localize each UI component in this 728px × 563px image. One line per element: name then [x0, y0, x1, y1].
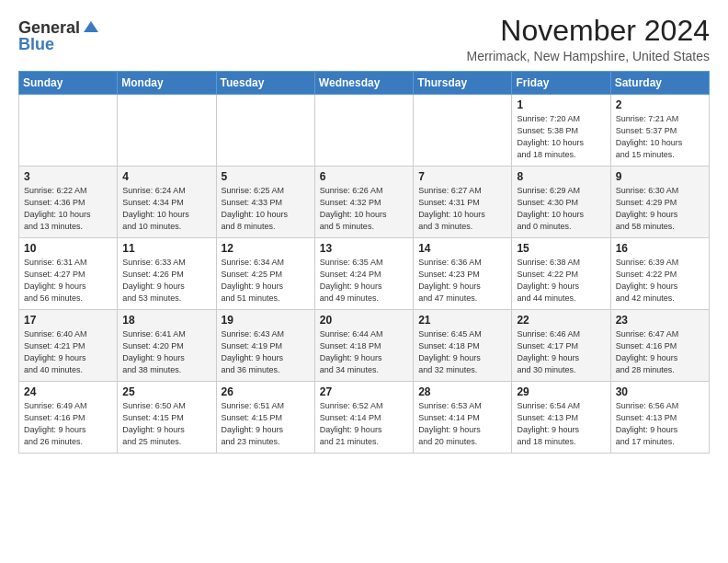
day-number: 13: [320, 242, 408, 255]
day-number: 20: [320, 314, 408, 327]
title-block: November 2024 Merrimack, New Hampshire, …: [466, 15, 710, 63]
day-info: Sunrise: 6:22 AM Sunset: 4:36 PM Dayligh…: [24, 185, 112, 233]
calendar-cell: 6Sunrise: 6:26 AM Sunset: 4:32 PM Daylig…: [314, 167, 413, 238]
day-info: Sunrise: 6:52 AM Sunset: 4:14 PM Dayligh…: [320, 400, 408, 448]
day-info: Sunrise: 6:33 AM Sunset: 4:26 PM Dayligh…: [122, 257, 210, 304]
week-row-1: 1Sunrise: 7:20 AM Sunset: 5:38 PM Daylig…: [19, 95, 710, 167]
calendar-cell: [118, 95, 216, 167]
calendar-cell: 10Sunrise: 6:31 AM Sunset: 4:27 PM Dayli…: [19, 238, 118, 310]
calendar-cell: 28Sunrise: 6:53 AM Sunset: 4:14 PM Dayli…: [414, 382, 512, 454]
calendar-cell: 9Sunrise: 6:30 AM Sunset: 4:29 PM Daylig…: [610, 167, 709, 238]
day-number: 4: [122, 170, 210, 183]
calendar-cell: 8Sunrise: 6:29 AM Sunset: 4:30 PM Daylig…: [512, 167, 610, 238]
subtitle: Merrimack, New Hampshire, United States: [466, 49, 710, 63]
calendar-cell: 30Sunrise: 6:56 AM Sunset: 4:13 PM Dayli…: [610, 382, 709, 454]
day-number: 6: [320, 170, 408, 183]
day-info: Sunrise: 6:44 AM Sunset: 4:18 PM Dayligh…: [320, 328, 408, 376]
day-info: Sunrise: 6:31 AM Sunset: 4:27 PM Dayligh…: [24, 257, 112, 304]
calendar-cell: 13Sunrise: 6:35 AM Sunset: 4:24 PM Dayli…: [314, 238, 413, 310]
day-number: 29: [517, 385, 605, 398]
day-header-sunday: Sunday: [19, 72, 118, 95]
day-number: 26: [222, 385, 310, 398]
day-info: Sunrise: 6:39 AM Sunset: 4:22 PM Dayligh…: [616, 257, 704, 304]
calendar-cell: 24Sunrise: 6:49 AM Sunset: 4:16 PM Dayli…: [19, 382, 118, 454]
calendar-cell: 17Sunrise: 6:40 AM Sunset: 4:21 PM Dayli…: [19, 310, 118, 382]
day-header-thursday: Thursday: [414, 72, 512, 95]
day-number: 9: [616, 170, 704, 183]
calendar-cell: [314, 95, 413, 167]
day-number: 28: [418, 385, 506, 398]
day-number: 19: [222, 314, 310, 327]
day-info: Sunrise: 7:20 AM Sunset: 5:38 PM Dayligh…: [517, 113, 605, 161]
month-title: November 2024: [466, 15, 710, 47]
calendar-table: SundayMondayTuesdayWednesdayThursdayFrid…: [18, 71, 710, 454]
day-number: 8: [517, 170, 605, 183]
page: General Blue November 2024 Merrimack, Ne…: [0, 0, 728, 463]
week-row-3: 10Sunrise: 6:31 AM Sunset: 4:27 PM Dayli…: [19, 238, 710, 310]
day-info: Sunrise: 6:26 AM Sunset: 4:32 PM Dayligh…: [320, 185, 408, 233]
calendar-cell: 7Sunrise: 6:27 AM Sunset: 4:31 PM Daylig…: [414, 167, 512, 238]
day-number: 5: [222, 170, 310, 183]
day-info: Sunrise: 6:25 AM Sunset: 4:33 PM Dayligh…: [222, 185, 310, 233]
calendar-cell: 21Sunrise: 6:45 AM Sunset: 4:18 PM Dayli…: [414, 310, 512, 382]
day-number: 23: [616, 314, 704, 327]
calendar-cell: 29Sunrise: 6:54 AM Sunset: 4:13 PM Dayli…: [512, 382, 610, 454]
calendar-cell: 1Sunrise: 7:20 AM Sunset: 5:38 PM Daylig…: [512, 95, 610, 167]
calendar-cell: [19, 95, 118, 167]
day-number: 11: [122, 242, 210, 255]
day-number: 17: [24, 314, 112, 327]
day-info: Sunrise: 6:43 AM Sunset: 4:19 PM Dayligh…: [222, 328, 310, 376]
week-row-5: 24Sunrise: 6:49 AM Sunset: 4:16 PM Dayli…: [19, 382, 710, 454]
day-number: 2: [616, 98, 704, 111]
day-number: 3: [24, 170, 112, 183]
calendar-cell: 14Sunrise: 6:36 AM Sunset: 4:23 PM Dayli…: [414, 238, 512, 310]
calendar-cell: 5Sunrise: 6:25 AM Sunset: 4:33 PM Daylig…: [216, 167, 314, 238]
day-info: Sunrise: 6:45 AM Sunset: 4:18 PM Dayligh…: [418, 328, 506, 376]
day-info: Sunrise: 6:51 AM Sunset: 4:15 PM Dayligh…: [222, 400, 310, 448]
day-info: Sunrise: 6:27 AM Sunset: 4:31 PM Dayligh…: [418, 185, 506, 233]
day-number: 27: [320, 385, 408, 398]
day-number: 7: [418, 170, 506, 183]
calendar-cell: 4Sunrise: 6:24 AM Sunset: 4:34 PM Daylig…: [118, 167, 216, 238]
header: General Blue November 2024 Merrimack, Ne…: [18, 15, 710, 63]
day-number: 25: [122, 385, 210, 398]
logo-blue: Blue: [18, 35, 54, 54]
day-number: 21: [418, 314, 506, 327]
day-info: Sunrise: 6:40 AM Sunset: 4:21 PM Dayligh…: [24, 328, 112, 376]
calendar-cell: [414, 95, 512, 167]
calendar-cell: 18Sunrise: 6:41 AM Sunset: 4:20 PM Dayli…: [118, 310, 216, 382]
day-header-tuesday: Tuesday: [216, 72, 314, 95]
day-header-wednesday: Wednesday: [314, 72, 413, 95]
day-info: Sunrise: 6:34 AM Sunset: 4:25 PM Dayligh…: [222, 257, 310, 304]
week-row-2: 3Sunrise: 6:22 AM Sunset: 4:36 PM Daylig…: [19, 167, 710, 238]
calendar-cell: 27Sunrise: 6:52 AM Sunset: 4:14 PM Dayli…: [314, 382, 413, 454]
svg-marker-0: [84, 21, 98, 32]
day-info: Sunrise: 6:50 AM Sunset: 4:15 PM Dayligh…: [122, 400, 210, 448]
day-number: 12: [222, 242, 310, 255]
day-info: Sunrise: 6:41 AM Sunset: 4:20 PM Dayligh…: [122, 328, 210, 376]
calendar-cell: 23Sunrise: 6:47 AM Sunset: 4:16 PM Dayli…: [610, 310, 709, 382]
day-info: Sunrise: 6:53 AM Sunset: 4:14 PM Dayligh…: [418, 400, 506, 448]
calendar-cell: 19Sunrise: 6:43 AM Sunset: 4:19 PM Dayli…: [216, 310, 314, 382]
day-number: 14: [418, 242, 506, 255]
day-info: Sunrise: 6:54 AM Sunset: 4:13 PM Dayligh…: [517, 400, 605, 448]
header-row: SundayMondayTuesdayWednesdayThursdayFrid…: [19, 72, 710, 95]
calendar-cell: 11Sunrise: 6:33 AM Sunset: 4:26 PM Dayli…: [118, 238, 216, 310]
day-info: Sunrise: 6:35 AM Sunset: 4:24 PM Dayligh…: [320, 257, 408, 304]
day-number: 30: [616, 385, 704, 398]
day-info: Sunrise: 6:56 AM Sunset: 4:13 PM Dayligh…: [616, 400, 704, 448]
day-info: Sunrise: 6:47 AM Sunset: 4:16 PM Dayligh…: [616, 328, 704, 376]
calendar-cell: 15Sunrise: 6:38 AM Sunset: 4:22 PM Dayli…: [512, 238, 610, 310]
calendar-cell: 3Sunrise: 6:22 AM Sunset: 4:36 PM Daylig…: [19, 167, 118, 238]
day-number: 10: [24, 242, 112, 255]
day-info: Sunrise: 6:46 AM Sunset: 4:17 PM Dayligh…: [517, 328, 605, 376]
day-number: 22: [517, 314, 605, 327]
day-info: Sunrise: 6:49 AM Sunset: 4:16 PM Dayligh…: [24, 400, 112, 448]
calendar-cell: 22Sunrise: 6:46 AM Sunset: 4:17 PM Dayli…: [512, 310, 610, 382]
day-info: Sunrise: 6:29 AM Sunset: 4:30 PM Dayligh…: [517, 185, 605, 233]
calendar-cell: [216, 95, 314, 167]
calendar-cell: 16Sunrise: 6:39 AM Sunset: 4:22 PM Dayli…: [610, 238, 709, 310]
logo-icon: [82, 19, 100, 38]
day-info: Sunrise: 6:24 AM Sunset: 4:34 PM Dayligh…: [122, 185, 210, 233]
day-info: Sunrise: 6:38 AM Sunset: 4:22 PM Dayligh…: [517, 257, 605, 304]
